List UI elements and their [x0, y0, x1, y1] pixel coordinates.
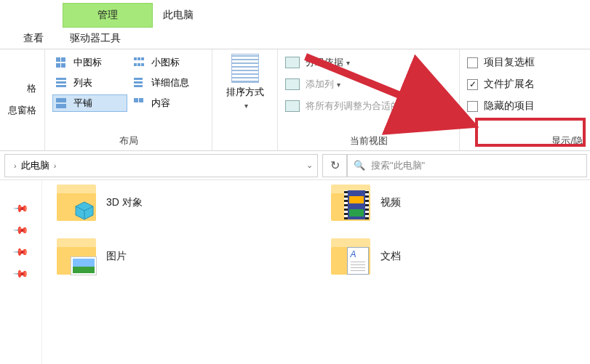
- checkbox-checked-icon: [467, 79, 478, 90]
- pin-icon[interactable]: 📌: [12, 221, 29, 238]
- group-current-view-label: 当前视图: [350, 134, 388, 147]
- navbar: › 此电脑 › ⌄ ↻ 🔍 搜索"此电脑": [0, 151, 590, 180]
- group-by-icon: [285, 57, 300, 68]
- tab-drive-tools[interactable]: 驱动器工具: [57, 28, 134, 49]
- document-icon: [347, 247, 369, 275]
- refresh-icon: ↻: [330, 158, 340, 172]
- window-title: 此电脑: [153, 3, 204, 28]
- add-columns-button[interactable]: 添加列 ▾: [285, 76, 452, 93]
- breadcrumb-this-pc[interactable]: 此电脑: [21, 159, 49, 172]
- group-by-button[interactable]: 分组依据 ▾: [285, 54, 452, 71]
- layout-small-label: 小图标: [151, 56, 180, 69]
- layout-medium-icons[interactable]: 中图标: [52, 54, 127, 71]
- file-extensions-toggle[interactable]: 文件扩展名: [467, 76, 583, 93]
- tab-manage-header: 管理: [63, 3, 153, 28]
- ribbon: 格 息窗格 中图标 小图标 列表 详细信息 平铺: [0, 49, 590, 151]
- pin-icon[interactable]: 📌: [12, 199, 29, 216]
- pin-icon[interactable]: 📌: [12, 264, 29, 281]
- film-icon: [344, 190, 369, 219]
- search-input[interactable]: 🔍 搜索"此电脑": [347, 154, 587, 177]
- folder-pictures[interactable]: 图片: [57, 238, 302, 275]
- refresh-button[interactable]: ↻: [322, 154, 347, 177]
- title-tabstrip: 管理 此电脑: [0, 0, 590, 28]
- group-by-label: 分组依据: [306, 56, 343, 69]
- add-columns-label: 添加列: [306, 78, 334, 91]
- hidden-items-toggle[interactable]: 隐藏的项目: [467, 97, 583, 115]
- checkbox-unchecked-icon: [467, 57, 478, 68]
- group-show-hide-label: 显示/隐: [551, 134, 583, 147]
- tab-view[interactable]: 查看: [10, 28, 57, 49]
- size-columns-button[interactable]: 将所有列调整为合适的大小: [285, 97, 452, 115]
- ribbon-tabs: 查看 驱动器工具: [0, 28, 590, 49]
- tab-spacer: [0, 0, 63, 28]
- folder-label: 3D 对象: [106, 196, 143, 209]
- hidden-items-label: 隐藏的项目: [484, 100, 535, 113]
- layout-tiles-label: 平铺: [73, 97, 92, 110]
- checkbox-unchecked-icon: [467, 101, 478, 112]
- folder-icon: [331, 238, 370, 275]
- chevron-down-icon: ▾: [244, 102, 248, 110]
- address-bar[interactable]: › 此电脑 › ⌄: [4, 154, 318, 177]
- medium-icons-icon: [56, 57, 69, 68]
- folder-videos[interactable]: 视频: [331, 185, 576, 221]
- chevron-down-icon: ▾: [346, 59, 350, 67]
- group-show-hide: 项目复选框 文件扩展名 隐藏的项目 显示/隐: [460, 49, 590, 150]
- group-layout-label: 布局: [119, 134, 138, 147]
- layout-content[interactable]: 内容: [130, 94, 205, 112]
- folder-icon: [57, 238, 96, 275]
- quick-access-sidebar: 📌 📌 📌 📌: [0, 180, 42, 364]
- items-grid: 3D 对象 视频 图片 文档: [42, 180, 590, 364]
- chevron-right-icon: ›: [54, 161, 57, 170]
- layout-content-label: 内容: [151, 97, 170, 110]
- folder-label: 图片: [106, 250, 127, 263]
- size-columns-icon: [285, 100, 300, 112]
- small-icons-icon: [134, 57, 147, 68]
- chevron-down-icon: ▾: [337, 81, 340, 89]
- size-columns-label: 将所有列调整为合适的大小: [306, 100, 419, 113]
- list-icon: [56, 78, 69, 88]
- layout-details[interactable]: 详细信息: [130, 74, 205, 92]
- layout-small-icons[interactable]: 小图标: [130, 54, 205, 71]
- folder-icon: [331, 185, 370, 221]
- group-sort: 排序方式 ▾: [212, 49, 278, 150]
- chevron-right-icon: ›: [14, 161, 17, 170]
- details-icon: [134, 78, 147, 88]
- add-columns-icon: [285, 78, 300, 90]
- group-current-view: 分组依据 ▾ 添加列 ▾ 将所有列调整为合适的大小 当前视图: [278, 49, 460, 150]
- layout-medium-label: 中图标: [73, 56, 102, 69]
- chevron-down-icon[interactable]: ⌄: [306, 161, 313, 170]
- sort-label: 排序方式: [226, 86, 264, 99]
- photo-icon: [71, 257, 96, 275]
- layout-list[interactable]: 列表: [52, 74, 127, 92]
- content-icon: [134, 98, 147, 108]
- layout-tiles[interactable]: 平铺: [52, 94, 127, 112]
- search-placeholder: 搜索"此电脑": [371, 159, 425, 172]
- folder-documents[interactable]: 文档: [331, 238, 576, 275]
- folder-icon: [57, 185, 96, 221]
- layout-details-label: 详细信息: [151, 76, 189, 89]
- file-extensions-label: 文件扩展名: [484, 78, 535, 91]
- tiles-icon: [56, 98, 69, 108]
- search-icon: 🔍: [354, 160, 365, 171]
- content-area: 📌 📌 📌 📌 3D 对象 视频: [0, 180, 590, 364]
- layout-list-label: 列表: [73, 76, 92, 89]
- cube-icon: [74, 201, 95, 221]
- item-checkboxes-label: 项目复选框: [484, 56, 535, 69]
- sort-button[interactable]: 排序方式 ▾: [226, 54, 264, 110]
- pane-item-details[interactable]: 息窗格: [8, 104, 36, 117]
- sort-icon: [231, 54, 259, 83]
- group-layout: 中图标 小图标 列表 详细信息 平铺 内容 布局: [45, 49, 212, 150]
- folder-3d-objects[interactable]: 3D 对象: [57, 185, 302, 221]
- pin-icon[interactable]: 📌: [12, 243, 29, 259]
- group-panes: 格 息窗格: [0, 49, 45, 150]
- folder-label: 视频: [380, 196, 401, 209]
- folder-label: 文档: [380, 250, 401, 263]
- item-checkboxes-toggle[interactable]: 项目复选框: [467, 54, 583, 71]
- pane-item-nav[interactable]: 格: [8, 82, 36, 95]
